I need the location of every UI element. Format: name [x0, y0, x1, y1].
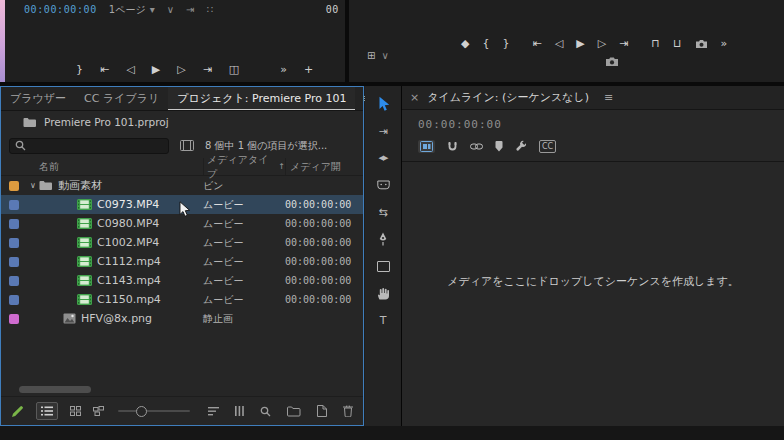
go-to-out-icon[interactable]: ⇥ — [186, 5, 194, 15]
new-bin-icon[interactable] — [287, 406, 301, 417]
timeline-drop-zone[interactable]: メディアをここにドロップしてシーケンスを作成します。 — [402, 162, 784, 392]
zoom-slider — [118, 410, 190, 412]
desktop-edge-strip — [0, 0, 5, 82]
razor-tool[interactable] — [372, 177, 394, 193]
item-start: 00:00:00:00 — [285, 218, 363, 229]
column-header-name[interactable]: 名前 — [1, 160, 203, 174]
project-toolbar — [1, 396, 363, 425]
column-header-type-label: メディアタイプ — [207, 153, 275, 181]
tab-browser[interactable]: ブラウザー — [1, 87, 75, 110]
type-tool[interactable]: T — [372, 312, 394, 328]
mark-out-icon[interactable]: } — [76, 64, 83, 75]
timeline-tab-bar: × タイムライン: (シーケンスなし) ≡ — [402, 86, 784, 110]
label-swatch[interactable] — [9, 181, 19, 191]
sort-icon[interactable] — [208, 407, 219, 416]
go-to-in-icon[interactable]: ⇤ — [100, 64, 109, 75]
track-select-forward-tool[interactable]: ⇥ — [372, 123, 394, 139]
mark-in-icon[interactable]: { — [482, 38, 489, 49]
linked-selection-icon[interactable] — [470, 142, 483, 151]
page-select-dropdown[interactable]: 1ページ ▾ — [109, 3, 155, 17]
timeline-tab-title[interactable]: タイムライン: (シーケンスなし) — [427, 90, 589, 105]
close-icon[interactable]: × — [410, 91, 419, 104]
scrollbar-thumb[interactable] — [19, 386, 91, 393]
captions-badge[interactable]: CC — [539, 140, 556, 153]
project-folder-icon — [23, 117, 37, 128]
button-editor-plus-icon[interactable]: + — [304, 64, 313, 75]
source-monitor-topbar: 00:00:00:00 1ページ ▾ ∨ ⇥ ∷ 00 — [24, 2, 339, 17]
label-swatch[interactable] — [9, 257, 19, 267]
expand-chevron-icon[interactable]: ∨ — [27, 181, 39, 190]
project-breadcrumb[interactable]: Premiere Pro 101.prproj — [1, 111, 363, 133]
step-back-icon[interactable]: ◁ — [126, 64, 134, 75]
button-overflow-icon[interactable]: » — [721, 38, 728, 49]
add-marker-icon[interactable] — [495, 141, 503, 152]
project-item-row[interactable]: ∨ C0980.MP4 ムービー 00:00:00:00 — [1, 214, 363, 233]
project-item-row[interactable]: ∨ C1150.mp4 ムービー 00:00:00:00 — [1, 290, 363, 309]
movie-icon — [77, 199, 92, 210]
extract-icon[interactable]: ⊔ — [673, 38, 682, 49]
tab-project[interactable]: プロジェクト: Premiere Pro 101 — [168, 87, 355, 110]
step-forward-icon[interactable]: ▷ — [598, 38, 606, 49]
item-name: C0973.MP4 — [97, 198, 203, 211]
slip-tool[interactable]: ⇆ — [372, 204, 394, 220]
go-to-out-icon[interactable]: ⇥ — [619, 38, 628, 49]
insert-icon[interactable]: ◫ — [229, 64, 239, 75]
project-item-row[interactable]: ∨ C1002.MP4 ムービー 00:00:00:00 — [1, 233, 363, 252]
add-marker-icon[interactable]: ◆ — [461, 38, 469, 49]
label-swatch[interactable] — [9, 238, 19, 248]
export-frame-camera-icon[interactable] — [605, 56, 619, 67]
new-item-icon[interactable] — [317, 405, 327, 417]
rectangle-tool[interactable] — [372, 258, 394, 274]
mark-out-icon[interactable]: } — [502, 38, 509, 49]
column-header-type[interactable]: メディアタイプ ↑ — [203, 158, 285, 175]
chevron-down-icon[interactable]: ∨ — [381, 51, 388, 61]
program-monitor-panel: ◆ { } ⇤ ◁ ▶ ▷ ⇥ ⊓ ⊔ » ⊞ ∨ — [349, 0, 784, 82]
play-icon[interactable]: ▶ — [152, 64, 160, 75]
lift-icon[interactable]: ⊓ — [651, 38, 660, 49]
writable-pencil-icon[interactable] — [11, 405, 24, 418]
project-item-row[interactable]: ∨ HFV@8x.png 静止画 — [1, 309, 363, 328]
icon-view-button[interactable] — [70, 406, 81, 416]
column-header-media-start[interactable]: メディア開 — [285, 158, 363, 175]
find-icon[interactable] — [260, 406, 271, 417]
source-timecode[interactable]: 00:00:00:00 — [24, 4, 97, 15]
tab-cc-libraries[interactable]: CC ライブラリ — [75, 87, 168, 110]
options-dots-icon[interactable]: ∷ — [206, 5, 212, 15]
column-options-icon[interactable] — [235, 406, 244, 416]
timeline-timecode[interactable]: 00:00:00:00 — [402, 110, 784, 137]
list-view-button[interactable] — [36, 402, 58, 420]
selection-tool[interactable] — [372, 96, 394, 112]
button-overflow-icon[interactable]: » — [280, 64, 287, 75]
export-frame-icon[interactable] — [695, 39, 708, 49]
play-icon[interactable]: ▶ — [576, 38, 584, 49]
label-swatch[interactable] — [9, 314, 19, 324]
search-input[interactable] — [31, 139, 163, 152]
delete-icon[interactable] — [343, 405, 353, 417]
step-back-icon[interactable]: ◁ — [555, 38, 563, 49]
go-to-in-icon[interactable]: ⇤ — [532, 38, 541, 49]
freeform-view-button[interactable] — [93, 406, 104, 416]
nest-sequences-icon[interactable] — [418, 140, 435, 153]
ripple-edit-tool[interactable]: ◀▶ — [372, 150, 394, 166]
step-forward-icon[interactable]: ▷ — [177, 64, 185, 75]
project-item-row[interactable]: ∨ 動画素材 ビン — [1, 176, 363, 195]
timeline-settings-wrench-icon[interactable] — [515, 140, 527, 152]
panel-menu-icon[interactable]: ≡ — [597, 91, 620, 104]
label-swatch[interactable] — [9, 200, 19, 210]
label-swatch[interactable] — [9, 295, 19, 305]
item-start: 00:00:00:00 — [285, 275, 363, 286]
pen-tool[interactable] — [372, 231, 394, 247]
chevron-down-icon[interactable]: ∨ — [167, 5, 174, 15]
project-item-row[interactable]: ∨ C1112.mp4 ムービー 00:00:00:00 — [1, 252, 363, 271]
project-item-row[interactable]: ∨ C1143.mp4 ムービー 00:00:00:00 — [1, 271, 363, 290]
snap-icon[interactable] — [447, 141, 458, 152]
zoom-slider-track[interactable] — [118, 410, 190, 412]
media-filter-icon[interactable] — [180, 140, 194, 151]
grid-view-icon[interactable]: ⊞ — [367, 51, 375, 61]
project-item-row[interactable]: ∨ C0973.MP4 ムービー 00:00:00:00 — [1, 195, 363, 214]
hand-tool[interactable] — [372, 285, 394, 301]
go-to-out-button-icon[interactable]: ⇥ — [203, 64, 212, 75]
label-swatch[interactable] — [9, 276, 19, 286]
label-swatch[interactable] — [9, 219, 19, 229]
zoom-slider-knob[interactable] — [136, 406, 147, 417]
